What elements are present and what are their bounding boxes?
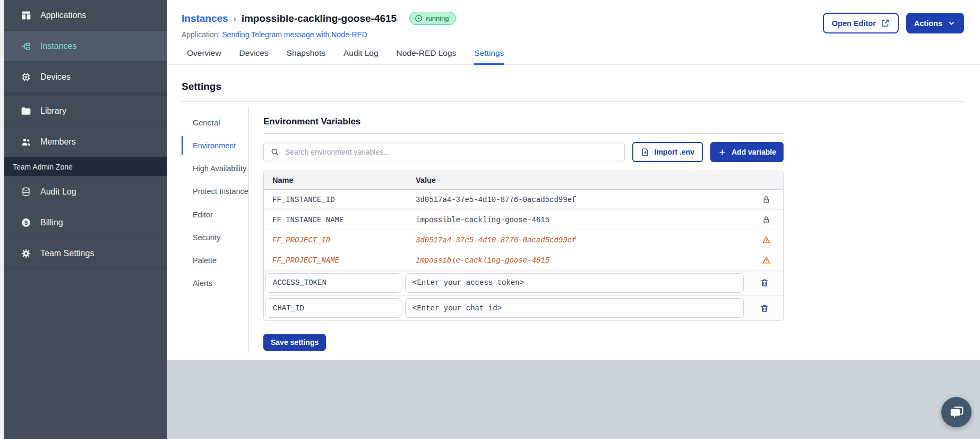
status-badge: running [409, 12, 455, 25]
table-row-deprecated: FF_PROJECT_NAME impossible-cackling-goos… [264, 250, 783, 271]
tab-devices[interactable]: Devices [239, 48, 269, 65]
plus-icon [718, 148, 727, 157]
chevron-down-icon [947, 19, 956, 28]
actions-button[interactable]: Actions [906, 13, 964, 33]
search-icon [270, 147, 280, 157]
sidebar-item-members[interactable]: Members [4, 126, 167, 157]
users-icon [20, 136, 31, 147]
lock-icon [749, 195, 783, 204]
env-var-name: FF_PROJECT_ID [264, 236, 407, 244]
add-variable-button[interactable]: Add variable [710, 142, 784, 162]
tab-settings[interactable]: Settings [474, 48, 504, 65]
column-header-value: Value [407, 171, 749, 189]
title-divider [182, 101, 964, 102]
warning-icon [749, 235, 783, 244]
table-row-editable [264, 271, 783, 296]
env-var-name: FF_INSTANCE_NAME [264, 216, 407, 224]
chip-icon [20, 71, 31, 82]
search-box [263, 142, 625, 162]
trash-icon[interactable] [747, 303, 781, 313]
document-download-icon [641, 148, 650, 157]
team-admin-zone-label: Team Admin Zone [13, 163, 73, 171]
section-title: Environment Variables [263, 108, 784, 134]
instance-tabs: Overview Devices Snapshots Audit Log Nod… [167, 48, 980, 65]
env-var-value: 3d0517a4-37e5-4d10-8776-0acad5cd99ef [407, 196, 749, 204]
sidebar-item-instances[interactable]: Instances [4, 31, 167, 62]
applications-icon [20, 10, 31, 21]
env-var-value: 3d0517a4-37e5-4d10-8776-0acad5cd99ef [407, 236, 749, 244]
table-row-editable [264, 296, 783, 320]
instance-name: impossible-cackling-goose-4615 [242, 13, 397, 24]
settings-nav-editor[interactable]: Editor [182, 205, 248, 224]
save-settings-button[interactable]: Save settings [263, 334, 326, 351]
settings-nav-general[interactable]: General [182, 113, 248, 132]
sidebar-item-label: Devices [40, 72, 71, 82]
breadcrumb: Instances › impossible-cackling-goose-46… [182, 12, 456, 25]
gear-icon [20, 248, 31, 259]
table-row-deprecated: FF_PROJECT_ID 3d0517a4-37e5-4d10-8776-0a… [264, 230, 783, 250]
tab-node-red-logs[interactable]: Node-RED Logs [397, 48, 457, 65]
env-var-name: FF_PROJECT_NAME [264, 256, 407, 265]
env-var-value: impossible-cackling-goose-4615 [407, 256, 749, 265]
settings-nav-alerts[interactable]: Alerts [182, 274, 248, 293]
folder-icon [20, 105, 31, 116]
environment-section: Environment Variables Import .env A [249, 108, 784, 351]
database-icon [20, 186, 31, 197]
header-buttons: Open Editor Actions [823, 12, 964, 33]
sidebar-item-billing[interactable]: $ Billing [4, 207, 167, 238]
settings-nav-high-availability[interactable]: High Availability [182, 159, 248, 178]
sidebar-item-label: Billing [40, 218, 63, 227]
page-title: Settings [182, 81, 964, 92]
env-var-name-input[interactable] [265, 298, 401, 318]
sidebar-item-label: Team Settings [40, 249, 94, 258]
chat-widget-button[interactable] [941, 397, 972, 427]
status-text: running [426, 14, 449, 22]
tab-overview[interactable]: Overview [187, 48, 221, 65]
main-content: Instances › impossible-cackling-goose-46… [167, 0, 980, 360]
svg-text:$: $ [24, 219, 27, 225]
sidebar-item-library[interactable]: Library [4, 96, 167, 126]
external-link-icon [881, 19, 890, 28]
settings-nav-environment[interactable]: Environment [182, 136, 248, 155]
column-header-name: Name [264, 171, 407, 189]
env-var-name-input[interactable] [265, 273, 401, 293]
instances-icon [20, 40, 31, 52]
open-editor-button[interactable]: Open Editor [823, 13, 899, 33]
application-link[interactable]: Sending Telegram message with Node-RED [222, 30, 367, 39]
sidebar-item-audit-log[interactable]: Audit Log [4, 176, 167, 207]
env-var-name: FF_INSTANCE_ID [264, 196, 407, 204]
sidebar-item-label: Audit Log [40, 187, 76, 197]
import-env-label: Import .env [655, 148, 694, 156]
sidebar-item-label: Applications [40, 11, 86, 20]
settings-nav-palette[interactable]: Palette [182, 251, 248, 270]
import-env-button[interactable]: Import .env [632, 142, 703, 162]
play-circle-icon [415, 14, 423, 22]
chat-icon [949, 404, 965, 420]
sidebar-item-label: Library [40, 106, 66, 116]
table-row: FF_INSTANCE_ID 3d0517a4-37e5-4d10-8776-0… [264, 190, 783, 210]
lock-icon [749, 215, 783, 224]
breadcrumb-instances-link[interactable]: Instances [182, 13, 228, 24]
sidebar: Applications Instances Devices Library [4, 0, 167, 439]
settings-nav: General Environment High Availability Pr… [182, 108, 248, 351]
tab-snapshots[interactable]: Snapshots [287, 48, 325, 65]
sidebar-item-applications[interactable]: Applications [4, 0, 167, 31]
app-window: Applications Instances Devices Library [0, 0, 980, 439]
breadcrumb-separator: › [234, 14, 236, 23]
sidebar-item-devices[interactable]: Devices [4, 62, 167, 92]
search-input[interactable] [285, 148, 618, 156]
settings-nav-protect-instance[interactable]: Protect Instance [182, 182, 248, 201]
env-var-value-input[interactable] [405, 298, 744, 318]
add-variable-label: Add variable [732, 148, 776, 156]
sidebar-item-team-settings[interactable]: Team Settings [4, 238, 167, 269]
table-header: Name Value [264, 171, 783, 190]
settings-body: General Environment High Availability Pr… [182, 108, 964, 351]
application-label: Application: [182, 30, 220, 39]
application-line: Application: Sending Telegram message wi… [182, 30, 456, 39]
settings-nav-security[interactable]: Security [182, 228, 248, 247]
env-var-value: impossible-cackling-goose-4615 [407, 216, 749, 224]
tab-audit-log[interactable]: Audit Log [343, 48, 379, 65]
dollar-circle-icon: $ [20, 217, 31, 228]
trash-icon[interactable] [747, 278, 781, 288]
env-var-value-input[interactable] [405, 273, 744, 293]
